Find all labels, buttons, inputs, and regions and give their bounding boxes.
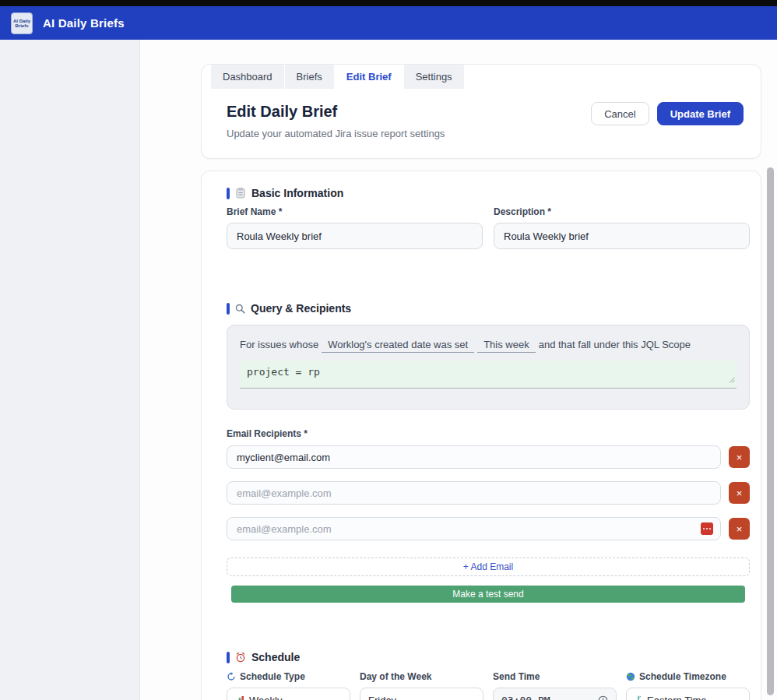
app-logo-text: AI Daily Briefs [12, 19, 32, 28]
basic-info-heading-label: Basic Information [251, 187, 343, 199]
tab-briefs[interactable]: Briefs [285, 65, 334, 89]
send-time-value: 03:00 PM [501, 695, 550, 700]
left-sidebar [0, 40, 140, 700]
brief-name-input[interactable] [227, 223, 483, 249]
alarm-clock-icon [235, 652, 246, 663]
update-brief-button[interactable]: Update Brief [657, 102, 744, 125]
query-range-select[interactable]: This week [477, 339, 536, 353]
day-of-week-field-group: Day of the Week Friday [360, 671, 483, 700]
email-input-2[interactable] [227, 481, 721, 505]
resize-grip-icon[interactable] [728, 372, 735, 386]
day-of-week-select[interactable]: Friday [360, 688, 483, 700]
email-row: × [227, 517, 750, 540]
timezone-label: Schedule Timezone [639, 671, 726, 682]
remove-email-button-2[interactable]: × [729, 482, 750, 504]
section-accent-bar [227, 652, 230, 663]
timezone-value: Eastern Time [647, 695, 707, 700]
statue-of-liberty-icon [635, 695, 642, 700]
day-of-week-value: Friday [368, 695, 396, 700]
send-time-field-group: Send Time 03:00 PM [493, 671, 617, 700]
remove-email-button-3[interactable]: × [729, 518, 750, 540]
schedule-type-select[interactable]: Weekly [227, 688, 350, 700]
query-sentence-prefix: For issues whose [240, 339, 318, 350]
timezone-field-group: Schedule Timezone Eastern Time [626, 671, 750, 700]
remove-email-button-1[interactable]: × [729, 446, 750, 468]
schedule-heading-label: Schedule [251, 651, 300, 663]
refresh-icon [227, 672, 236, 681]
timezone-select[interactable]: Eastern Time [626, 688, 750, 700]
app-title: AI Daily Briefs [43, 16, 125, 30]
magnifier-icon [235, 304, 245, 314]
section-accent-bar [227, 188, 230, 199]
email-input-1[interactable] [227, 445, 721, 469]
bar-chart-icon [235, 695, 244, 700]
cancel-button[interactable]: Cancel [591, 102, 649, 125]
schedule-section-heading: Schedule [227, 651, 750, 663]
main-content: Dashboard Briefs Edit Brief Settings Edi… [140, 40, 777, 700]
email-input-3[interactable] [227, 517, 721, 540]
query-field-select[interactable]: Worklog's created date was set [322, 339, 474, 353]
browser-top-strip [0, 0, 777, 6]
page-header-card: Dashboard Briefs Edit Brief Settings Edi… [201, 64, 761, 159]
app-logo: AI Daily Briefs [11, 12, 33, 34]
email-row: × [227, 445, 750, 469]
schedule-type-value: Weekly [249, 695, 282, 700]
add-email-button[interactable]: + Add Email [227, 558, 750, 576]
page-subtitle: Update your automated Jira issue report … [227, 128, 736, 139]
description-input[interactable] [494, 223, 750, 249]
tab-bar: Dashboard Briefs Edit Brief Settings [202, 65, 761, 89]
send-time-label: Send Time [493, 671, 540, 682]
vertical-scrollbar-thumb[interactable] [767, 167, 774, 695]
section-accent-bar [227, 303, 230, 315]
clipboard-icon [235, 188, 246, 199]
tab-settings[interactable]: Settings [404, 65, 464, 89]
schedule-type-label: Schedule Type [240, 671, 305, 682]
query-builder-box: For issues whose Worklog's created date … [227, 325, 750, 410]
app-window: AI Daily Briefs AI Daily Briefs Dashboar… [0, 0, 777, 700]
brief-name-label: Brief Name * [227, 206, 483, 217]
email-recipients-label: Email Recipients * [227, 428, 750, 439]
day-of-week-label: Day of the Week [360, 671, 431, 682]
description-field-group: Description * [494, 206, 750, 249]
email-row: × [227, 481, 750, 505]
schedule-type-field-group: Schedule Type Weekly [227, 671, 350, 700]
description-label: Description * [494, 206, 750, 217]
globe-icon [626, 672, 635, 681]
clock-icon[interactable] [598, 695, 608, 700]
query-heading-label: Query & Recipients [251, 302, 351, 315]
edit-brief-form-card: Basic Information Brief Name * Descripti… [201, 171, 761, 700]
brief-name-field-group: Brief Name * [227, 206, 483, 249]
tab-dashboard[interactable]: Dashboard [211, 65, 284, 89]
basic-info-section-heading: Basic Information [227, 187, 750, 199]
query-sentence-suffix: and that fall under this JQL Scope [539, 339, 691, 350]
tab-edit-brief[interactable]: Edit Brief [335, 65, 403, 89]
test-send-button[interactable]: Make a test send [231, 586, 745, 603]
jql-scope-textarea[interactable]: project = rp [240, 361, 737, 389]
send-time-input[interactable]: 03:00 PM [493, 688, 617, 700]
query-section-heading: Query & Recipients [227, 302, 750, 315]
password-manager-icon[interactable] [701, 522, 713, 535]
app-header: AI Daily Briefs AI Daily Briefs [0, 6, 777, 40]
